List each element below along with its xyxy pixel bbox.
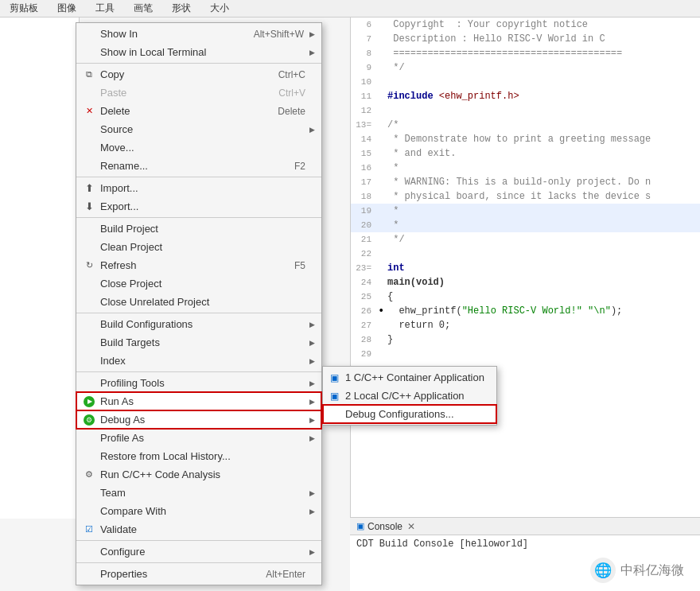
copy-icon: ⧉: [83, 68, 95, 81]
code-line-29: 29: [351, 347, 700, 361]
ctx-delete[interactable]: ✕ Delete Delete: [76, 102, 321, 120]
code-line-7: 7 Description : Hello RISC-V World in C: [351, 32, 700, 46]
code-line-18: 18 * physical board, since it lacks the …: [351, 189, 700, 204]
ctx-show-in[interactable]: Show In Alt+Shift+W: [76, 25, 321, 43]
code-line-26: 26 • ehw_printf("Hello RISC-V World!" "\…: [351, 304, 700, 318]
top-menubar: 剪贴板 图像 工具 画笔 形状 大小: [0, 0, 700, 17]
ctx-sep-2: [76, 177, 321, 177]
ctx-sep-3: [76, 217, 321, 218]
ctx-build-targets[interactable]: Build Targets: [76, 333, 321, 352]
run-icon: [83, 395, 95, 408]
code-line-16: 16 *: [351, 161, 700, 175]
ctx-sep-1: [76, 63, 321, 64]
ctx-profiling-tools[interactable]: Profiling Tools: [76, 374, 321, 392]
validate-icon: ☑: [83, 523, 95, 536]
ctx-move[interactable]: Move...: [76, 138, 321, 157]
ctx-configure[interactable]: Configure: [76, 542, 321, 561]
menu-tools[interactable]: 工具: [92, 0, 118, 17]
ctx-copy[interactable]: ⧉ Copy Ctrl+C: [76, 65, 321, 84]
ctx-sep-4: [76, 313, 321, 313]
ctx-export[interactable]: ⬇ Export...: [76, 197, 321, 216]
code-line-6: 6 Copyright : Your copyright notice: [351, 17, 700, 32]
ctx-build-project[interactable]: Build Project: [76, 220, 321, 238]
console-tab: ▣ Console ✕: [350, 518, 700, 535]
ctx-source[interactable]: Source: [76, 120, 321, 138]
debug-as-submenu: ▣ 1 C/C++ Container Application ▣ 2 Loca…: [322, 366, 497, 426]
code-line-20: 20 *: [351, 218, 700, 232]
code-editor: 6 Copyright : Your copyright notice 7 De…: [350, 17, 700, 519]
code-line-19: 19 *: [351, 204, 700, 218]
code-line-11: 11 #include <ehw_printf.h>: [351, 89, 700, 103]
refresh-icon: ↻: [83, 259, 95, 272]
code-line-14: 14 * Demonstrate how to print a greeting…: [351, 132, 700, 146]
menu-image[interactable]: 图像: [54, 0, 80, 17]
menu-clipboard[interactable]: 剪贴板: [6, 0, 41, 17]
menu-brush[interactable]: 画笔: [130, 0, 156, 17]
submenu-debug-configurations[interactable]: Debug Configurations...: [323, 405, 496, 423]
context-menu: Show In Alt+Shift+W Show in Local Termin…: [76, 22, 322, 585]
ctx-build-configurations[interactable]: Build Configurations: [76, 315, 321, 333]
submenu-cpp-container[interactable]: ▣ 1 C/C++ Container Application: [323, 368, 496, 387]
local-cpp-icon: ▣: [328, 390, 340, 402]
code-line-12: 12: [351, 103, 700, 118]
code-line-27: 27 return 0;: [351, 318, 700, 332]
watermark: 🌐 中科亿海微: [590, 558, 684, 583]
debug-icon: [83, 414, 95, 426]
code-line-25: 25 {: [351, 290, 700, 304]
ctx-run-as[interactable]: Run As: [76, 392, 321, 410]
export-icon: ⬇: [83, 200, 95, 213]
ctx-import[interactable]: ⬆ Import...: [76, 179, 321, 197]
console-tab-label: Console: [368, 521, 402, 532]
analysis-icon: ⚙: [83, 469, 95, 481]
ctx-profile-as[interactable]: Profile As: [76, 429, 321, 447]
ctx-run-analysis[interactable]: ⚙ Run C/C++ Code Analysis: [76, 465, 321, 484]
left-panel: [0, 17, 80, 519]
ctx-show-local-terminal[interactable]: Show in Local Terminal: [76, 43, 321, 61]
ctx-index[interactable]: Index: [76, 352, 321, 370]
code-line-10: 10: [351, 75, 700, 89]
code-line-22: 22: [351, 247, 700, 261]
ctx-rename[interactable]: Rename... F2: [76, 157, 321, 175]
ctx-close-project[interactable]: Close Project: [76, 274, 321, 293]
code-line-8: 8 ======================================…: [351, 46, 700, 60]
ctx-refresh[interactable]: ↻ Refresh F5: [76, 256, 321, 274]
ctx-paste[interactable]: Paste Ctrl+V: [76, 84, 321, 102]
ctx-debug-as[interactable]: Debug As: [76, 410, 321, 429]
ctx-restore-history[interactable]: Restore from Local History...: [76, 447, 321, 465]
ctx-sep-5: [76, 371, 321, 372]
ctx-close-unrelated[interactable]: Close Unrelated Project: [76, 293, 321, 311]
code-line-9: 9 */: [351, 60, 700, 75]
submenu-local-cpp[interactable]: ▣ 2 Local C/C++ Application: [323, 387, 496, 405]
console-tab-icon: ▣: [356, 521, 364, 531]
import-icon: ⬆: [83, 182, 95, 195]
code-line-24: 24 main(void): [351, 275, 700, 290]
menu-shape[interactable]: 形状: [169, 0, 194, 17]
delete-icon: ✕: [83, 105, 95, 118]
watermark-text: 中科亿海微: [620, 562, 684, 579]
ctx-properties[interactable]: Properties Alt+Enter: [76, 565, 321, 583]
watermark-icon: 🌐: [590, 558, 616, 583]
console-content: CDT Build Console [helloworld]: [350, 535, 700, 553]
code-line-28: 28 }: [351, 332, 700, 347]
ctx-validate[interactable]: ☑ Validate: [76, 520, 321, 539]
code-line-21: 21 */: [351, 232, 700, 247]
code-line-23: 23= int: [351, 261, 700, 275]
ctx-sep-7: [76, 562, 321, 563]
code-line-13: 13= /*: [351, 118, 700, 132]
cpp-container-icon: ▣: [328, 371, 340, 384]
ctx-compare-with[interactable]: Compare With: [76, 502, 321, 520]
ctx-sep-6: [76, 540, 321, 541]
menu-size[interactable]: 大小: [207, 0, 232, 17]
code-line-15: 15 * and exit.: [351, 146, 700, 161]
ctx-clean-project[interactable]: Clean Project: [76, 238, 321, 256]
ctx-team[interactable]: Team: [76, 484, 321, 502]
code-line-17: 17 * WARNING: This is a build-only proje…: [351, 175, 700, 189]
